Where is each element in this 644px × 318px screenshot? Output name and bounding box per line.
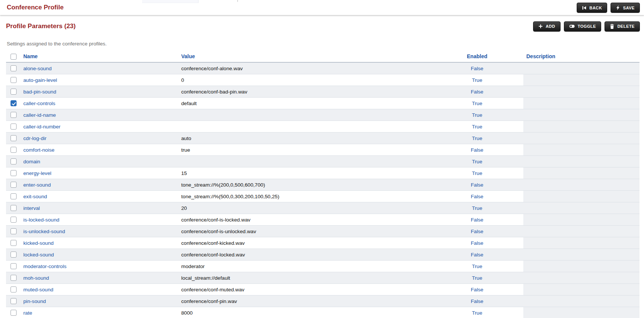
table-row: kicked-sound conference/conf-kicked.wav …	[6, 237, 639, 249]
parameter-name-link[interactable]: kicked-sound	[23, 240, 54, 246]
row-checkbox[interactable]	[11, 100, 17, 106]
section-header: Profile Parameters (23) ADD TOGGLE DELET…	[6, 21, 640, 32]
table-row: caller-id-number True	[6, 121, 639, 133]
parameter-enabled-link[interactable]: False	[471, 240, 483, 246]
row-checkbox[interactable]	[11, 89, 17, 95]
back-button[interactable]: BACK	[577, 3, 607, 13]
column-header-description[interactable]: Description	[523, 51, 639, 62]
parameter-name-link[interactable]: domain	[23, 159, 40, 164]
parameter-value: conference/conf-is-unlocked.wav	[180, 226, 431, 237]
row-checkbox[interactable]	[11, 182, 17, 188]
row-checkbox[interactable]	[11, 217, 17, 223]
parameter-name-link[interactable]: alone-sound	[23, 66, 52, 71]
row-checkbox[interactable]	[11, 263, 17, 269]
row-checkbox[interactable]	[11, 193, 17, 199]
parameter-description	[523, 307, 639, 318]
parameter-name-link[interactable]: moh-sound	[23, 275, 49, 281]
parameter-name-link[interactable]: bad-pin-sound	[23, 89, 56, 95]
toggle-button[interactable]: TOGGLE	[564, 21, 602, 32]
parameter-enabled-link[interactable]: False	[471, 287, 483, 292]
parameter-description	[523, 167, 639, 179]
parameter-name-link[interactable]: caller-id-number	[23, 124, 61, 130]
parameter-name-link[interactable]: cdr-log-dir	[23, 136, 47, 141]
parameter-enabled-link[interactable]: True	[472, 101, 482, 106]
parameter-enabled-link[interactable]: False	[471, 182, 483, 188]
parameter-enabled-link[interactable]: True	[472, 310, 482, 316]
row-checkbox[interactable]	[11, 158, 17, 164]
parameter-enabled-link[interactable]: False	[471, 298, 483, 304]
row-checkbox[interactable]	[11, 286, 17, 292]
parameter-enabled-link[interactable]: True	[472, 112, 482, 118]
parameter-enabled-link[interactable]: False	[471, 89, 483, 95]
parameter-name-link[interactable]: enter-sound	[23, 182, 51, 188]
parameter-description	[523, 226, 639, 237]
parameter-name-link[interactable]: interval	[23, 205, 40, 211]
parameter-value: moderator	[180, 261, 431, 272]
row-checkbox[interactable]	[11, 124, 17, 130]
table-header-row: Name Value Enabled Description	[6, 51, 639, 62]
parameter-enabled-link[interactable]: False	[471, 229, 483, 234]
row-checkbox[interactable]	[11, 170, 17, 176]
parameter-name-link[interactable]: caller-id-name	[23, 112, 56, 118]
profile-parameters-table: Name Value Enabled Description alone-sou…	[6, 51, 639, 318]
parameter-enabled-link[interactable]: True	[472, 77, 482, 83]
column-header-enabled[interactable]: Enabled	[431, 51, 523, 62]
select-all-checkbox[interactable]	[11, 54, 17, 60]
save-button[interactable]: SAVE	[611, 3, 640, 13]
parameter-name-link[interactable]: locked-sound	[23, 252, 54, 258]
parameter-name-link[interactable]: exit-sound	[23, 194, 47, 199]
parameter-name-link[interactable]: is-unlocked-sound	[23, 229, 65, 234]
parameter-value: conference/conf-kicked.wav	[180, 237, 431, 249]
parameter-enabled-link[interactable]: True	[472, 264, 482, 269]
row-checkbox[interactable]	[11, 205, 17, 211]
row-checkbox[interactable]	[11, 147, 17, 153]
parameter-enabled-link[interactable]: False	[471, 194, 483, 199]
table-row: exit-sound tone_stream://%(500,0,300,200…	[6, 191, 639, 202]
parameter-enabled-link[interactable]: False	[471, 66, 483, 71]
table-row: is-unlocked-sound conference/conf-is-unl…	[6, 226, 639, 237]
row-checkbox[interactable]	[11, 77, 17, 83]
parameter-name-link[interactable]: rate	[23, 310, 32, 316]
parameter-enabled-link[interactable]: False	[471, 252, 483, 258]
row-checkbox[interactable]	[11, 298, 17, 304]
table-row: moderator-controls moderator True	[6, 261, 639, 272]
parameter-name-link[interactable]: comfort-noise	[23, 147, 55, 153]
add-button[interactable]: ADD	[533, 21, 561, 32]
column-header-value[interactable]: Value	[180, 51, 431, 62]
parameter-name-link[interactable]: caller-controls	[23, 101, 55, 106]
row-checkbox[interactable]	[11, 310, 17, 316]
row-checkbox[interactable]	[11, 228, 17, 234]
parameter-enabled-link[interactable]: True	[472, 159, 482, 164]
parameter-name-link[interactable]: muted-sound	[23, 287, 53, 292]
row-checkbox[interactable]	[11, 112, 17, 118]
topbar-button-group: BACK SAVE	[577, 3, 640, 13]
table-row: interval 20 True	[6, 202, 639, 214]
parameter-name-link[interactable]: moderator-controls	[23, 264, 67, 269]
parameter-enabled-link[interactable]: True	[472, 205, 482, 211]
column-header-name[interactable]: Name	[23, 51, 180, 62]
delete-button[interactable]: DELETE	[605, 21, 640, 32]
row-checkbox[interactable]	[11, 252, 17, 258]
row-checkbox[interactable]	[11, 135, 17, 141]
parameter-name-link[interactable]: pin-sound	[23, 298, 46, 304]
table-row: comfort-noise true False	[6, 144, 639, 156]
parameter-value: 20	[180, 202, 431, 214]
parameter-name-link[interactable]: is-locked-sound	[23, 217, 59, 223]
section-subtitle: Settings assigned to the conference prof…	[7, 41, 638, 47]
row-checkbox[interactable]	[11, 275, 17, 281]
table-row: moh-sound local_stream://default True	[6, 272, 639, 284]
row-checkbox[interactable]	[11, 65, 17, 71]
table-row: energy-level 15 True	[6, 167, 639, 179]
parameter-enabled-link[interactable]: True	[472, 124, 482, 130]
scrolled-content-tick	[237, 0, 238, 2]
parameter-enabled-link[interactable]: True	[472, 136, 482, 141]
parameter-enabled-link[interactable]: False	[471, 217, 483, 223]
parameter-name-link[interactable]: energy-level	[23, 170, 52, 176]
parameter-enabled-link[interactable]: True	[472, 170, 482, 176]
row-checkbox[interactable]	[11, 240, 17, 246]
parameter-value: conference/conf-locked.wav	[180, 249, 431, 261]
parameter-name-link[interactable]: auto-gain-level	[23, 77, 57, 83]
parameter-enabled-link[interactable]: True	[472, 275, 482, 281]
parameter-enabled-link[interactable]: False	[471, 147, 483, 153]
parameter-description	[523, 109, 639, 121]
